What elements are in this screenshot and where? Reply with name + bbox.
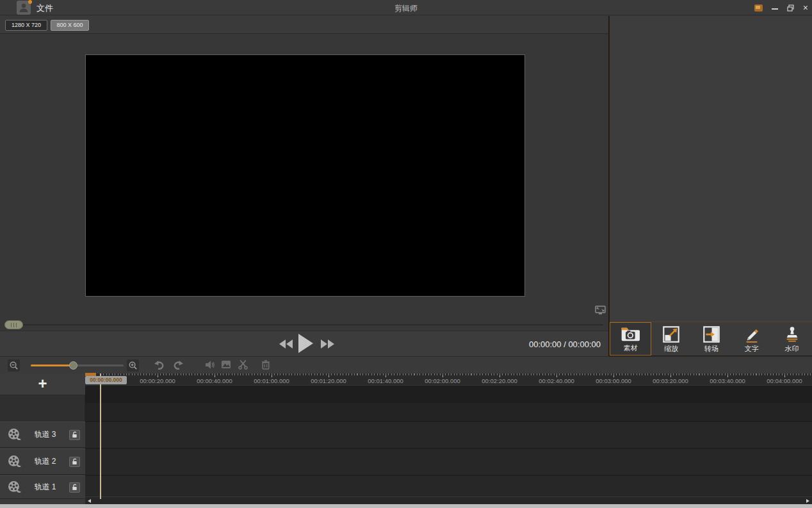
track-label: 轨道 3 <box>21 429 69 440</box>
rewind-button[interactable] <box>279 340 293 351</box>
timeline-corner <box>0 499 85 504</box>
restore-icon[interactable] <box>787 4 794 12</box>
minimize-icon[interactable] <box>772 8 778 10</box>
fast-forward-icon <box>321 340 334 348</box>
fast-forward-button[interactable] <box>321 340 334 351</box>
rewind-icon <box>279 340 293 348</box>
track-row-3[interactable]: 轨道 3 <box>0 422 85 448</box>
redo-button[interactable] <box>173 360 184 372</box>
playhead-line[interactable] <box>100 373 101 499</box>
right-panel: 素材 缩放 转场 文字 水印 <box>608 16 812 356</box>
lock-button[interactable] <box>69 430 80 440</box>
ruler-label: 00:00:40.000 <box>197 377 232 384</box>
film-reel-icon <box>8 480 21 494</box>
app-window: 文件 剪辑师 × 1280 X 720 800 X 600 录制屏幕 插入素材 <box>0 0 812 508</box>
window-bottom-edge <box>0 504 812 508</box>
tab-material[interactable]: 素材 <box>610 322 651 356</box>
folder-camera-icon <box>621 325 640 342</box>
timeline-zoom-in-button[interactable] <box>127 359 139 372</box>
time-display: 00:00:00 / 00:00:00 <box>529 340 601 349</box>
pencil-icon <box>743 326 760 343</box>
track-side-panel: + 轨道 3 轨道 2 轨道 1 <box>0 373 85 499</box>
speaker-icon <box>205 360 215 370</box>
tab-text-label: 文字 <box>745 344 759 354</box>
material-panel[interactable] <box>610 34 812 322</box>
resolution-button-1280x720[interactable]: 1280 X 720 <box>5 20 47 31</box>
timeline-lane-track2[interactable] <box>85 449 812 475</box>
timeline-lane-track3[interactable] <box>85 422 812 448</box>
tab-scale[interactable]: 缩放 <box>651 322 692 356</box>
zoom-slider-handle[interactable] <box>69 361 77 370</box>
undo-icon <box>154 360 165 370</box>
lock-button[interactable] <box>69 482 80 493</box>
panel-tab-bar: 素材 缩放 转场 文字 水印 <box>610 322 812 356</box>
preview-area <box>0 34 608 331</box>
image-crop-icon <box>221 360 231 369</box>
tab-watermark-label: 水印 <box>785 344 799 354</box>
mute-button[interactable] <box>205 360 215 372</box>
redo-icon <box>173 360 184 370</box>
ruler-label: 00:02:00.000 <box>425 377 460 384</box>
unlock-icon <box>71 458 78 465</box>
window-controls: × <box>754 0 808 15</box>
stamp-icon <box>784 326 800 343</box>
close-icon[interactable]: × <box>803 3 808 12</box>
ruler-label: 00:01:00.000 <box>254 377 289 384</box>
timeline-zoom-out-button[interactable] <box>8 359 20 372</box>
resolution-button-800x600[interactable]: 800 X 600 <box>51 20 89 31</box>
title-bar: 文件 剪辑师 × <box>0 0 812 15</box>
delete-button[interactable] <box>261 360 270 372</box>
unlock-icon <box>71 484 78 491</box>
undo-button[interactable] <box>154 360 165 372</box>
tab-material-label: 素材 <box>623 343 637 353</box>
timeline-scrollbar[interactable] <box>85 496 812 504</box>
ruler-label: 00:03:40.000 <box>710 377 745 384</box>
ruler-label: 00:01:20.000 <box>311 377 346 384</box>
track-label: 轨道 1 <box>21 482 69 493</box>
zoom-in-icon <box>128 361 138 370</box>
track-row-1[interactable]: 轨道 1 <box>0 475 85 499</box>
track-label: 轨道 2 <box>21 456 69 467</box>
app-title: 剪辑师 <box>0 3 812 14</box>
trash-icon <box>261 360 270 370</box>
timeline-zoom-slider[interactable] <box>31 365 124 366</box>
timeline-ruler[interactable]: 00:00:20.00000:00:40.00000:01:00.00000:0… <box>85 373 812 385</box>
scroll-left-icon[interactable] <box>88 499 91 503</box>
theme-icon[interactable] <box>754 4 763 12</box>
lock-button[interactable] <box>69 457 80 467</box>
transition-icon <box>703 326 720 343</box>
timeline-lane-track1[interactable] <box>85 476 812 497</box>
ruler-label: 00:01:40.000 <box>368 377 403 384</box>
tab-transition-label: 转场 <box>704 344 719 354</box>
scale-icon <box>663 326 679 343</box>
timeline-lane[interactable] <box>85 403 812 421</box>
transport-bar: 00:00:00 / 00:00:00 <box>0 331 608 356</box>
zoom-slider-fill <box>31 365 73 366</box>
preview-canvas <box>85 54 525 297</box>
unlock-icon <box>71 431 78 438</box>
ruler-label: 00:02:20.000 <box>482 377 517 384</box>
preview-seek-track[interactable] <box>6 324 603 325</box>
track-row-2[interactable]: 轨道 2 <box>0 448 85 475</box>
crop-button[interactable] <box>221 360 231 372</box>
ruler-label: 00:02:40.000 <box>539 377 574 384</box>
timeline-toolbar <box>0 356 812 373</box>
film-reel-icon <box>8 455 21 468</box>
add-track-button[interactable]: + <box>0 373 85 395</box>
cut-button[interactable] <box>238 360 248 372</box>
plus-icon: + <box>38 375 47 392</box>
fullscreen-icon[interactable] <box>595 306 606 318</box>
scroll-right-icon[interactable] <box>806 499 809 503</box>
play-button[interactable] <box>298 334 313 356</box>
ruler-label: 00:03:00.000 <box>596 377 631 384</box>
tab-transition[interactable]: 转场 <box>692 322 732 356</box>
tab-watermark[interactable]: 水印 <box>772 322 812 356</box>
preview-seek-handle[interactable] <box>4 320 23 329</box>
tab-text[interactable]: 文字 <box>731 322 772 356</box>
timeline-lanes[interactable] <box>85 385 812 496</box>
ruler-label: 00:03:20.000 <box>653 377 688 384</box>
film-reel-icon <box>8 428 21 441</box>
play-icon <box>298 334 313 353</box>
ruler-label: 00:00:20.000 <box>140 377 175 384</box>
playhead-time-label[interactable]: 00:00:00.000 <box>85 376 127 384</box>
